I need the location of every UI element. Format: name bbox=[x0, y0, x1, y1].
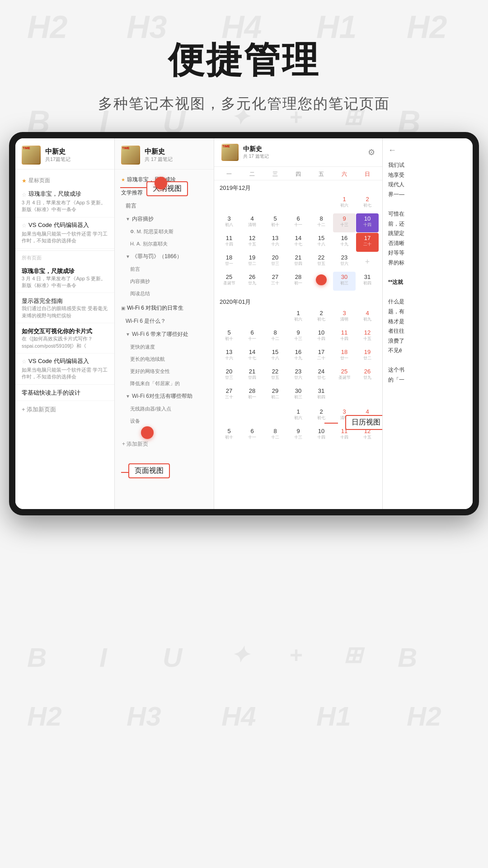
cal-day[interactable]: 29初二 bbox=[264, 386, 286, 405]
cal-day[interactable]: 17二十 bbox=[310, 347, 333, 366]
add-page-outline[interactable]: + 添加新页 bbox=[122, 440, 148, 448]
cal-day[interactable]: 4清明 bbox=[241, 213, 263, 232]
cal-day[interactable]: 11十四 bbox=[218, 233, 240, 252]
cal-day[interactable]: 1初六 bbox=[333, 194, 356, 213]
day-num: 17 bbox=[357, 235, 378, 241]
cal-day[interactable]: 6十一 bbox=[287, 213, 310, 232]
cal-day[interactable]: 11十四 bbox=[333, 327, 356, 346]
cal-day[interactable]: 13十六 bbox=[218, 347, 240, 366]
cal-day[interactable]: 26廿九 bbox=[241, 272, 263, 291]
cal-day[interactable]: 10十四 bbox=[310, 327, 333, 346]
list-item[interactable]: 如何交互可视化你的卡片式 在《[如何高效实践卡片式写作？ sspai.com/p… bbox=[15, 323, 114, 354]
wm-h4-3: H4 bbox=[221, 701, 256, 732]
cal-day[interactable]: 27三十 bbox=[218, 386, 240, 405]
list-item[interactable]: 琼瑰非宝，尺牍成珍 3 月 4 日，苹果发布了《App S 更新。新版《标准》中… bbox=[15, 263, 114, 293]
wm-star2: ✦ bbox=[230, 642, 249, 668]
cal-day[interactable]: 2初七 bbox=[356, 194, 379, 213]
day-lunar: 十三 bbox=[334, 222, 355, 228]
cal-day[interactable]: 5初十 bbox=[218, 327, 240, 346]
cal-day[interactable]: 19廿二 bbox=[241, 252, 263, 271]
cal-day[interactable]: 12十五 bbox=[356, 327, 379, 346]
cal-day[interactable]: 6十一 bbox=[241, 426, 263, 445]
day-lunar: 十八 bbox=[265, 355, 286, 361]
cal-day[interactable]: 15十八 bbox=[264, 347, 286, 366]
page-subtitle: 多种笔记本视图，多元化管理您的笔记页面 bbox=[98, 94, 390, 114]
day-num: 27 bbox=[265, 274, 286, 280]
item-excerpt: 3 月 4 日，苹果发布了《App S 更新。新版《标准》中有一条令 bbox=[22, 275, 108, 289]
cal-day[interactable]: 22廿五 bbox=[264, 366, 286, 385]
cal-day[interactable]: 10十四 bbox=[356, 213, 379, 232]
cal-day[interactable]: 14十七 bbox=[241, 347, 263, 366]
cal-day[interactable]: 31初四 bbox=[310, 386, 333, 405]
cal-day[interactable]: 20廿三 bbox=[264, 252, 286, 271]
cal-day[interactable]: 13十六 bbox=[264, 233, 286, 252]
cal-day[interactable]: 25圣诞节 bbox=[333, 366, 356, 385]
day-num: 5 bbox=[265, 215, 286, 222]
cursor-dot-outline bbox=[155, 177, 167, 189]
cal-day[interactable]: 30初三 bbox=[333, 272, 356, 291]
list-item[interactable]: 零基础快读上手的设计 bbox=[15, 385, 114, 401]
cal-day[interactable]: 24廿七 bbox=[310, 366, 333, 385]
cal-day[interactable]: 14十七 bbox=[287, 233, 310, 252]
gear-icon[interactable]: ⚙ bbox=[368, 147, 375, 157]
cal-day[interactable]: 5初十 bbox=[218, 426, 240, 445]
day-lunar: 廿九 bbox=[357, 375, 378, 381]
cal-day[interactable]: 3清明 bbox=[333, 308, 356, 327]
cal-day[interactable]: 22廿五 bbox=[310, 252, 333, 271]
outline-item: ▼ 内容摘抄 bbox=[115, 212, 214, 226]
cal-day[interactable]: 15十八 bbox=[310, 233, 333, 252]
day-lunar: 廿五 bbox=[311, 261, 332, 267]
cal-day[interactable]: 12十五 bbox=[241, 233, 263, 252]
cal-day[interactable]: 9十三 bbox=[287, 327, 310, 346]
cal-day[interactable]: 27三十 bbox=[264, 272, 286, 291]
cal-day[interactable]: 8十二 bbox=[264, 426, 286, 445]
cal-day[interactable]: 28初一 bbox=[287, 272, 310, 291]
cal-day[interactable]: 3初八 bbox=[218, 213, 240, 232]
cal-day[interactable]: 4初九 bbox=[356, 308, 379, 327]
notebook-cover-cal: TIME bbox=[221, 144, 239, 161]
cal-day[interactable]: 16十九 bbox=[287, 347, 310, 366]
cal-day[interactable]: 16十九 bbox=[333, 233, 356, 252]
cal-day[interactable]: 26廿九 bbox=[356, 366, 379, 385]
list-item[interactable]: ☆ VS Code 代码编辑器入 如果当电脑只能装一个软件还需 学习工作时，不知… bbox=[15, 354, 114, 385]
cal-day[interactable]: 5初十 bbox=[264, 213, 286, 232]
add-page-button[interactable]: + 添加新页面 bbox=[15, 401, 114, 418]
day-num: 25 bbox=[219, 274, 239, 280]
cal-day[interactable]: 31初四 bbox=[356, 272, 379, 291]
cal-day[interactable]: 8十二 bbox=[264, 327, 286, 346]
back-button[interactable]: ← bbox=[388, 146, 467, 155]
cal-day[interactable]: 19廿二 bbox=[356, 347, 379, 366]
cal-day[interactable]: 21廿四 bbox=[241, 366, 263, 385]
cal-day[interactable]: 20廿三 bbox=[218, 366, 240, 385]
ipad-frame: TIME 中新史 共17篇笔记 ★ 星标页面 bbox=[9, 132, 479, 515]
day-num: 6 bbox=[242, 329, 263, 336]
cal-day[interactable]: 28初一 bbox=[241, 386, 263, 405]
item-starred-row: ☆ VS Code 代码编辑器入 bbox=[22, 221, 108, 231]
article-line: 者往往 bbox=[388, 326, 467, 336]
day-lunar: 初九 bbox=[357, 316, 378, 322]
cal-day[interactable]: 1初六 bbox=[287, 308, 310, 327]
list-item[interactable]: ☆ 琼瑰非宝，尺牍成珍 3 月 4 日，苹果发布了《App S 更新。新版《标准… bbox=[15, 186, 114, 217]
cal-day[interactable]: 30初三 bbox=[287, 386, 310, 405]
cal-day[interactable]: 25圣诞节 bbox=[218, 272, 240, 291]
cal-day[interactable]: 6十一 bbox=[241, 327, 263, 346]
cal-day[interactable]: 10十四 bbox=[310, 426, 333, 445]
cal-day[interactable]: 8十二 bbox=[310, 213, 333, 232]
cal-day[interactable]: 9十三 bbox=[287, 426, 310, 445]
article-text: 我们试 地享受 现代人 界一— 可惜在 前，还 跳望定 否清晰 好等等 界的标 … bbox=[388, 160, 467, 385]
list-item[interactable]: 显示器完全指南 我们通过自己的眼睛感受实世 受着毫无束缚的视野与绚烂缤纷 bbox=[15, 293, 114, 323]
cal-day[interactable]: 23廿六 bbox=[333, 252, 356, 271]
cal-day-today[interactable]: 17二十 bbox=[356, 233, 379, 252]
cal-day[interactable]: 21廿四 bbox=[287, 252, 310, 271]
list-item[interactable]: ☆ VS Code 代码编辑器入 如果当电脑只能装一个软件还需 学习工作时，不知… bbox=[15, 217, 114, 249]
cal-day[interactable]: 23廿六 bbox=[287, 366, 310, 385]
day-num: 4 bbox=[357, 408, 378, 415]
cal-day[interactable]: 29 初二 bbox=[310, 272, 333, 291]
cal-day[interactable]: 1初六 bbox=[287, 406, 310, 425]
cal-day[interactable]: 18廿一 bbox=[218, 252, 240, 271]
wm-grid2: ⊞ bbox=[343, 642, 362, 668]
cal-day[interactable]: 2初七 bbox=[310, 308, 333, 327]
cal-day[interactable]: 9十三 bbox=[333, 213, 356, 232]
cal-day-add[interactable]: + bbox=[356, 252, 379, 271]
cal-day[interactable]: 18廿一 bbox=[333, 347, 356, 366]
